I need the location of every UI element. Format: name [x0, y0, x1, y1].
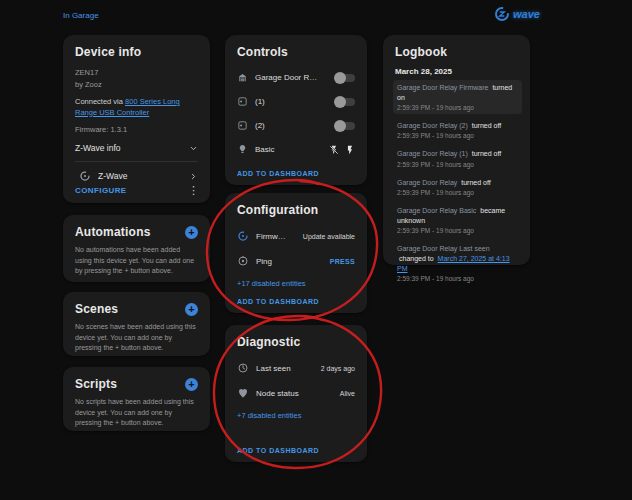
controls-title: Controls [237, 45, 355, 59]
lightbulb-icon [237, 144, 248, 155]
toggle-knob [334, 72, 346, 84]
overflow-menu-icon[interactable]: ⋮ [185, 185, 202, 196]
device-info-card: Device info ZEN17 by Zooz Connected via … [63, 35, 210, 203]
breadcrumb[interactable]: In Garage [63, 11, 99, 20]
add-to-dashboard-button[interactable]: ADD TO DASHBOARD [237, 170, 319, 177]
zwave-logo-text: wave [513, 8, 540, 20]
relay-icon [237, 96, 248, 107]
entity-label: Basic [255, 145, 275, 154]
chevron-right-icon [189, 172, 198, 181]
entity-label: Node status [256, 389, 299, 398]
logbook-entry[interactable]: Garage Door Relay Firmware turned on 2:5… [393, 80, 522, 114]
automations-title: Automations [75, 225, 151, 239]
firmware-status: Update available [303, 233, 355, 240]
ping-press-button[interactable]: PRESS [330, 258, 355, 265]
device-info-title: Device info [75, 45, 198, 59]
connected-via-prefix: Connected via [75, 97, 123, 106]
logbook-entity-name: Garage Door Relay Last seen [397, 245, 490, 252]
scripts-card: Scripts + No scripts have been added usi… [63, 367, 210, 431]
scripts-title: Scripts [75, 377, 117, 391]
logbook-entry[interactable]: Garage Door Relay turned off 2:59:39 PM … [393, 175, 522, 199]
logbook-entity-name: Garage Door Relay [397, 179, 457, 186]
entity-row-firmware[interactable]: Firmware Update available [237, 230, 355, 242]
configure-button[interactable]: CONFIGURE [75, 186, 127, 195]
logbook-timestamp: 2:59:39 PM - 19 hours ago [397, 104, 518, 111]
scenes-card: Scenes + No scenes have been added using… [63, 292, 210, 356]
last-seen-value: 2 days ago [321, 365, 355, 372]
zwave-icon [79, 170, 91, 182]
flash-off-icon [329, 145, 339, 155]
logbook-message: Garage Door Relay Firmware turned on [397, 83, 518, 103]
logbook-title: Logbook [393, 45, 522, 59]
scripts-empty-text: No scripts have been added using this de… [75, 397, 198, 429]
entity-row-relay-2[interactable]: (2) [237, 120, 355, 131]
relay-icon [237, 120, 248, 131]
logbook-entry[interactable]: Garage Door Relay Last seen changed to M… [393, 241, 522, 285]
logbook-action: turned off [472, 150, 501, 157]
logbook-entry[interactable]: Garage Door Relay Basic became unknown 2… [393, 203, 522, 237]
controls-card: Controls Garage Door Relay (1) (2) [225, 35, 367, 185]
zwave-info-label: Z-Wave info [75, 143, 121, 153]
flash-off-button[interactable] [329, 145, 339, 155]
logbook-action: turned off [472, 122, 501, 129]
flash-icon [345, 145, 355, 155]
connected-via-line: Connected via 800 Series Long Range USB … [75, 97, 198, 118]
chevron-down-icon [189, 144, 198, 153]
entity-row-last-seen[interactable]: Last seen 2 days ago [237, 362, 355, 374]
scenes-empty-text: No scenes have been added using this dev… [75, 322, 198, 354]
configuration-card: Configuration Firmware Update available … [225, 193, 367, 313]
toggle-switch-relay-2[interactable] [335, 122, 355, 130]
node-status-value: Alive [340, 390, 355, 397]
logbook-card: Logbook March 28, 2025 Garage Door Relay… [383, 35, 530, 265]
entity-row-basic[interactable]: Basic [237, 144, 355, 155]
basic-actions [329, 145, 355, 155]
device-info-footer: CONFIGURE ⋮ [75, 185, 202, 196]
add-script-button[interactable]: + [185, 378, 198, 391]
entity-label: Last seen [256, 364, 291, 373]
flash-button[interactable] [345, 145, 355, 155]
entity-row-ping[interactable]: Ping PRESS [237, 255, 355, 267]
logbook-action: changed to [399, 255, 434, 262]
zwave-info-expander[interactable]: Z-Wave info [75, 143, 198, 153]
toggle-switch-relay-1[interactable] [335, 98, 355, 106]
device-manufacturer: by Zooz [75, 80, 198, 89]
automations-card: Automations + No automations have been a… [63, 215, 210, 282]
add-scene-button[interactable]: + [185, 303, 198, 316]
entity-row-garage-door-relay[interactable]: Garage Door Relay [237, 72, 355, 83]
logbook-timestamp: 2:59:39 PM - 19 hours ago [397, 189, 518, 196]
logbook-action: turned off [461, 179, 490, 186]
logbook-timestamp: 2:59:39 PM - 19 hours ago [397, 227, 518, 234]
configuration-disabled-entities-link[interactable]: +17 disabled entities [237, 279, 355, 288]
heart-pulse-icon [237, 387, 249, 399]
add-to-dashboard-button[interactable]: ADD TO DASHBOARD [237, 298, 319, 305]
logbook-date-header: March 28, 2025 [395, 67, 522, 76]
device-model: ZEN17 [75, 68, 198, 77]
entity-row-relay-1[interactable]: (1) [237, 96, 355, 107]
add-automation-button[interactable]: + [185, 226, 198, 239]
diagnostic-disabled-entities-link[interactable]: +7 disabled entities [237, 411, 355, 420]
logbook-timestamp: 2:59:39 PM - 19 hours ago [397, 161, 518, 168]
logbook-entity-name: Garage Door Relay (2) [397, 122, 468, 129]
entity-row-node-status[interactable]: Node status Alive [237, 387, 355, 399]
logbook-message: Garage Door Relay (2) turned off [397, 121, 518, 131]
logbook-entry[interactable]: Garage Door Relay (2) turned off 2:59:39… [393, 118, 522, 142]
garage-icon [237, 72, 248, 83]
add-to-dashboard-button[interactable]: ADD TO DASHBOARD [237, 447, 319, 454]
scenes-title: Scenes [75, 302, 118, 316]
entity-label: Ping [256, 257, 272, 266]
scenes-header: Scenes + [75, 302, 198, 316]
zwave-logo: wave [494, 6, 540, 22]
automations-empty-text: No automations have been added using thi… [75, 245, 198, 277]
logbook-entity-name: Garage Door Relay Basic [397, 207, 476, 214]
entity-label: (1) [255, 97, 265, 106]
automations-header: Automations + [75, 225, 198, 239]
toggle-knob [334, 120, 346, 132]
entity-label: Garage Door Relay [255, 73, 321, 82]
logbook-entity-name: Garage Door Relay Firmware [397, 84, 488, 91]
logbook-timestamp: 2:59:39 PM - 19 hours ago [397, 132, 518, 139]
logbook-entry[interactable]: Garage Door Relay (1) turned off 2:59:39… [393, 146, 522, 170]
logbook-message: Garage Door Relay Last seen changed to M… [397, 244, 518, 274]
logbook-entity-name: Garage Door Relay (1) [397, 150, 468, 157]
device-page: In Garage wave Device info ZEN17 by Zooz… [0, 0, 632, 500]
toggle-switch-garage-door-relay[interactable] [335, 74, 355, 82]
